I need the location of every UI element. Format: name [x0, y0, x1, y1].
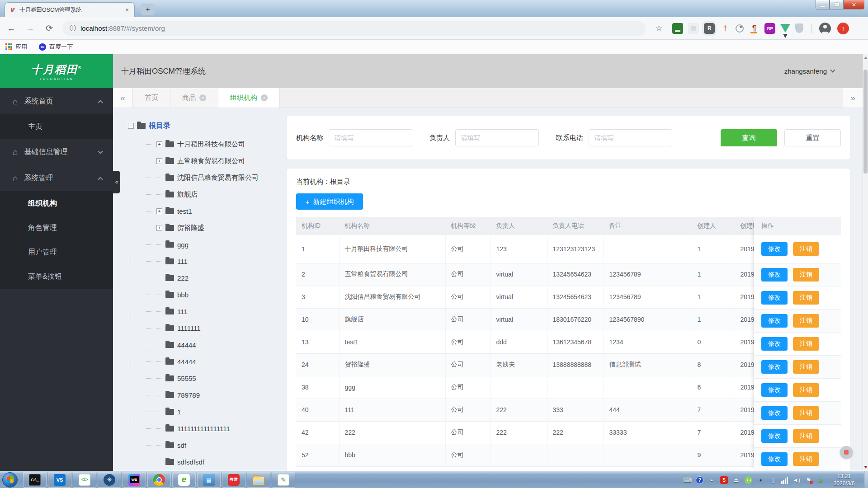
sidebar-item-users[interactable]: 用户管理	[0, 240, 113, 264]
deactivate-button[interactable]: 注销	[793, 268, 819, 282]
deactivate-button[interactable]: 注销	[793, 429, 819, 443]
deactivate-button[interactable]: 注销	[793, 242, 819, 256]
tree-node[interactable]: ggg	[149, 236, 277, 253]
sidebar-item-main-page[interactable]: 主页	[0, 114, 113, 139]
scrollbar-thumb[interactable]	[863, 70, 868, 174]
power-icon[interactable]: ▯	[769, 476, 777, 484]
tree-node[interactable]: 44444	[149, 337, 277, 353]
profile-icon[interactable]	[819, 23, 831, 34]
tree-node[interactable]: 1	[149, 404, 277, 420]
tray-expand-icon[interactable]: ▴	[708, 476, 716, 484]
win-folder-taskbar-button[interactable]	[247, 472, 270, 488]
tree-node[interactable]: 旗舰店	[149, 186, 277, 203]
wechat-icon[interactable]	[745, 476, 752, 484]
sidebar-item-org[interactable]: 组织机构	[0, 191, 113, 216]
page-info-icon[interactable]: ⓘ	[70, 24, 76, 33]
tree-node-label[interactable]: ggg	[177, 241, 189, 249]
sourcetree-taskbar-button[interactable]: ✳	[98, 472, 121, 488]
new-tab-button[interactable]: +	[141, 4, 155, 15]
bookmark-baidu[interactable]: du 百度一下	[39, 43, 73, 51]
tree-root-node[interactable]: − 根目录	[128, 119, 277, 132]
tree-expand-icon[interactable]: +	[156, 225, 162, 231]
edit-button[interactable]: 修改	[761, 291, 788, 305]
grid-extension-icon[interactable]: ▦	[688, 23, 699, 34]
tree-node[interactable]: +十月稻田科技有限公司	[149, 136, 277, 153]
tree-node-label[interactable]: 222	[177, 274, 189, 282]
tabs-scroll-left-icon[interactable]: «	[113, 88, 133, 108]
sidebar-item-roles[interactable]: 角色管理	[0, 216, 113, 240]
sidebar-group-basic-info[interactable]: ⌂ 基础信息管理	[0, 139, 113, 165]
show-desktop-button[interactable]	[864, 471, 868, 488]
tampermonkey-icon[interactable]	[672, 23, 683, 34]
tree-node[interactable]: 1111111111111111	[149, 420, 277, 437]
tree-expand-icon[interactable]: +	[156, 141, 162, 147]
shield-extension-icon[interactable]	[795, 23, 803, 33]
edit-button[interactable]: 修改	[761, 314, 788, 328]
tree-node-label[interactable]: 贺裕隆盛	[177, 224, 204, 232]
sidebar-collapse-handle[interactable]: «	[113, 171, 120, 193]
address-bar[interactable]: ⓘ localhost:8887/#/system/org	[62, 21, 646, 36]
bookmark-star-icon[interactable]: ☆	[656, 23, 662, 33]
tree-node[interactable]: 222	[149, 270, 277, 286]
close-button[interactable]: ✕	[844, 0, 864, 9]
r-extension-icon[interactable]: R	[704, 23, 715, 34]
tree-node-label[interactable]: 55555	[177, 375, 196, 382]
edit-button[interactable]: 修改	[761, 452, 788, 466]
sidebar-group-system-management[interactable]: ⌂ 系统管理	[0, 165, 113, 191]
edit-button[interactable]: 修改	[761, 360, 788, 374]
org-name-input[interactable]	[329, 129, 412, 146]
edit-button[interactable]: 修改	[761, 242, 788, 256]
tree-node[interactable]: 沈阳信昌粮食贸易有限公司	[149, 169, 277, 186]
tree-node[interactable]: 789789	[149, 387, 277, 404]
signal-icon[interactable]	[781, 476, 788, 484]
taskbar-clock[interactable]: 13:21 2020/3/6	[826, 473, 862, 487]
volume-icon[interactable]: ◄)	[793, 476, 800, 484]
tree-node[interactable]: 44444	[149, 353, 277, 370]
tree-node[interactable]: 111	[149, 253, 277, 270]
maximize-button[interactable]	[830, 0, 844, 9]
float-widget[interactable]	[840, 446, 853, 459]
url-text[interactable]: localhost:8887/#/system/org	[80, 24, 165, 32]
edit-button[interactable]: 修改	[761, 337, 788, 351]
cmd-taskbar-button[interactable]: C:\_	[23, 472, 47, 488]
tree-node[interactable]: 55555	[149, 370, 277, 387]
back-icon[interactable]: ←	[4, 21, 19, 36]
forward-icon[interactable]: →	[23, 21, 38, 36]
start-button[interactable]	[2, 472, 18, 488]
orbit-extension-icon[interactable]	[736, 24, 744, 33]
edit-button[interactable]: 修改	[761, 429, 788, 443]
tree-node-label[interactable]: bbb	[177, 291, 189, 299]
deactivate-button[interactable]: 注销	[793, 452, 819, 466]
signpost-extension-icon[interactable]: †	[720, 23, 731, 34]
minimize-button[interactable]	[816, 0, 830, 9]
network-flag-icon[interactable]: ⚑	[805, 476, 812, 484]
tree-node-label[interactable]: sdfsdfsdf	[177, 458, 204, 466]
browser-tab[interactable]: V 十月稻田OSCM管理系统 ×	[5, 2, 135, 17]
youdao-taskbar-button[interactable]: 有道	[222, 472, 245, 488]
tree-expand-icon[interactable]: +	[156, 158, 162, 164]
device-icon[interactable]: ▪	[757, 476, 764, 484]
sysmon-taskbar-button[interactable]: ▤	[197, 472, 221, 488]
tree-node-label[interactable]: 111	[177, 258, 188, 265]
paragraph-extension-icon[interactable]: ¶	[749, 23, 760, 34]
codegreen-taskbar-button[interactable]: </>	[73, 472, 96, 488]
tree-node[interactable]: 1111111	[149, 320, 277, 337]
reset-button[interactable]: 重置	[784, 129, 841, 146]
tree-node[interactable]: +五常粮食贸易有限公司	[149, 153, 277, 169]
tree-root-label[interactable]: 根目录	[149, 121, 170, 131]
tree-node-label[interactable]: 沈阳信昌粮食贸易有限公司	[177, 174, 259, 182]
scroll-up-icon[interactable]	[864, 56, 868, 59]
tree-node-label[interactable]: 旗舰店	[177, 190, 198, 199]
tree-node-label[interactable]: 五常粮食贸易有限公司	[177, 157, 245, 165]
rp-extension-icon[interactable]: RP	[764, 23, 775, 34]
update-icon[interactable]: ↑	[837, 23, 849, 34]
tree-node[interactable]: sdfsdfsdf	[149, 454, 277, 470]
edit-button[interactable]: 修改	[761, 406, 788, 420]
chrome-taskbar-button[interactable]	[147, 472, 171, 488]
create-org-button[interactable]: + 新建组织机构	[296, 193, 363, 210]
deactivate-button[interactable]: 注销	[793, 360, 819, 374]
usb-icon[interactable]: ⏏	[732, 476, 740, 484]
tree-node[interactable]: sdf	[149, 437, 277, 454]
tree-node[interactable]: +test1	[149, 203, 277, 220]
keyboard-icon[interactable]: ⌨	[684, 476, 691, 484]
